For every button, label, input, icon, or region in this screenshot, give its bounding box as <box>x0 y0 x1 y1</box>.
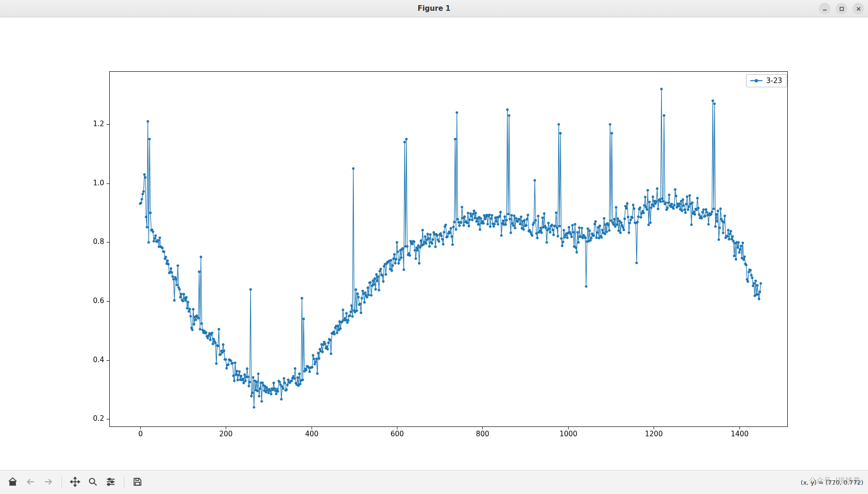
pan-button[interactable] <box>66 473 84 491</box>
home-button[interactable] <box>4 473 22 491</box>
forward-arrow-icon <box>43 477 53 488</box>
cursor-position-readout: (x, y) = (770, 0.772) <box>801 479 863 486</box>
window-title: Figure 1 <box>418 4 450 13</box>
minimize-icon <box>822 6 828 12</box>
forward-button[interactable] <box>39 473 57 491</box>
toolbar: 公众号_i排球君 (x, y) = (770, 0.772) <box>0 470 868 494</box>
legend-marker-icon <box>755 79 758 83</box>
close-icon <box>856 6 861 12</box>
toolbar-separator <box>124 476 124 488</box>
legend-line-sample <box>750 80 762 81</box>
toolbar-separator <box>61 476 62 488</box>
figure-window: Figure 1 3-23 <box>0 0 868 494</box>
save-button[interactable] <box>129 473 146 491</box>
maximize-icon <box>839 6 845 12</box>
figure-plot-canvas[interactable] <box>0 17 868 470</box>
magnifier-icon <box>88 477 98 488</box>
back-arrow-icon <box>25 477 36 488</box>
configure-subplots-button[interactable] <box>102 473 120 491</box>
window-controls <box>814 0 864 17</box>
zoom-button[interactable] <box>84 473 102 491</box>
window-titlebar: Figure 1 <box>0 0 868 17</box>
pan-move-icon <box>70 477 80 488</box>
minimize-button[interactable] <box>819 3 830 15</box>
figure-canvas-area: 3-23 <box>0 17 868 470</box>
sliders-icon <box>106 477 116 488</box>
legend-label: 3-23 <box>766 76 782 85</box>
legend: 3-23 <box>746 74 787 87</box>
save-floppy-icon <box>132 477 143 488</box>
back-button[interactable] <box>22 473 39 491</box>
maximize-button[interactable] <box>836 3 847 15</box>
home-icon <box>8 477 18 488</box>
close-button[interactable] <box>853 3 864 15</box>
